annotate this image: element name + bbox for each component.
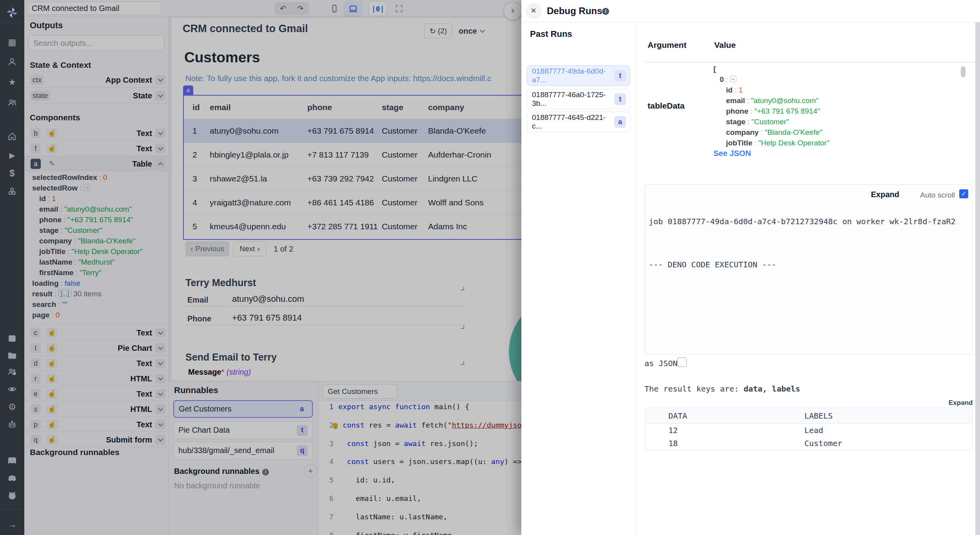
- result-col-labels: LABELS: [804, 411, 972, 421]
- modal-backdrop[interactable]: [0, 0, 521, 535]
- run-id: 01887777-4645-d221-c...: [532, 113, 614, 131]
- result-keys-line: The result keys are: data, labels: [644, 384, 800, 394]
- log-container: Expand Auto scroll ✓ job 01887777-49da-6…: [644, 184, 973, 355]
- close-icon[interactable]: ×: [526, 3, 541, 19]
- past-run-item[interactable]: 01887777-49da-6d0d-a7... t: [527, 65, 630, 86]
- json-field-email: email:"atuny0@sohu.com": [713, 96, 964, 107]
- autoscroll-label: Auto scroll: [920, 191, 955, 199]
- as-json-checkbox[interactable]: [677, 357, 687, 367]
- past-run-item[interactable]: 01887777-46a0-1725-3b... t: [527, 89, 630, 109]
- see-json-link[interactable]: See JSON: [713, 149, 751, 158]
- as-json-label: as JSON: [644, 359, 677, 368]
- run-badge: a: [614, 116, 626, 128]
- past-runs-column: Past Runs 01887777-49da-6d0d-a7... t0188…: [521, 22, 636, 535]
- json-field-jobTitle: jobTitle:"Help Desk Operator": [713, 139, 964, 148]
- json-field-stage: stage:"Customer": [713, 118, 964, 128]
- argument-name: tableData: [648, 101, 685, 111]
- argument-column-header: Argument: [648, 40, 686, 50]
- info-icon: i: [602, 8, 609, 15]
- drawer-scrollbar[interactable]: [975, 22, 980, 535]
- past-runs-title: Past Runs: [530, 29, 572, 39]
- json-field-company: company:"Blanda-O'Keefe": [713, 128, 964, 139]
- run-id: 01887777-46a0-1725-3b...: [532, 91, 614, 108]
- result-table: DATA LABELS12Lead18Customer: [645, 408, 973, 450]
- run-id: 01887777-49da-6d0d-a7...: [532, 67, 614, 84]
- log-line: job 01887777-49da-6d0d-a7c4-b7212732948c…: [649, 217, 956, 226]
- json-scrollbar-thumb[interactable]: [961, 66, 965, 77]
- json-field-id: id:1: [713, 86, 964, 96]
- drawer-title: Debug Runs: [547, 5, 602, 16]
- debug-runs-drawer: × Debug Runs i Past Runs 01887777-49da-6…: [521, 0, 980, 535]
- result-row: 18Customer: [646, 437, 972, 450]
- json-field-phone: phone:"+63 791 675 8914": [713, 107, 964, 118]
- argument-json-viewer[interactable]: [ 0:-id:1email:"atuny0@sohu.com"phone:"+…: [713, 65, 964, 148]
- run-badge: t: [614, 93, 626, 105]
- result-expand-link[interactable]: Expand: [949, 399, 973, 407]
- drawer-header: × Debug Runs i: [521, 0, 980, 22]
- result-col-data: DATA: [646, 411, 804, 421]
- past-run-item[interactable]: 01887777-4645-d221-c... a: [527, 112, 630, 132]
- log-expand-link[interactable]: Expand: [871, 190, 899, 199]
- run-badge: t: [614, 70, 626, 82]
- log-line: --- DENO CODE EXECUTION ---: [649, 260, 776, 269]
- autoscroll-checkbox[interactable]: ✓: [959, 189, 968, 198]
- value-column-header: Value: [714, 40, 736, 50]
- result-row: 12Lead: [646, 424, 972, 437]
